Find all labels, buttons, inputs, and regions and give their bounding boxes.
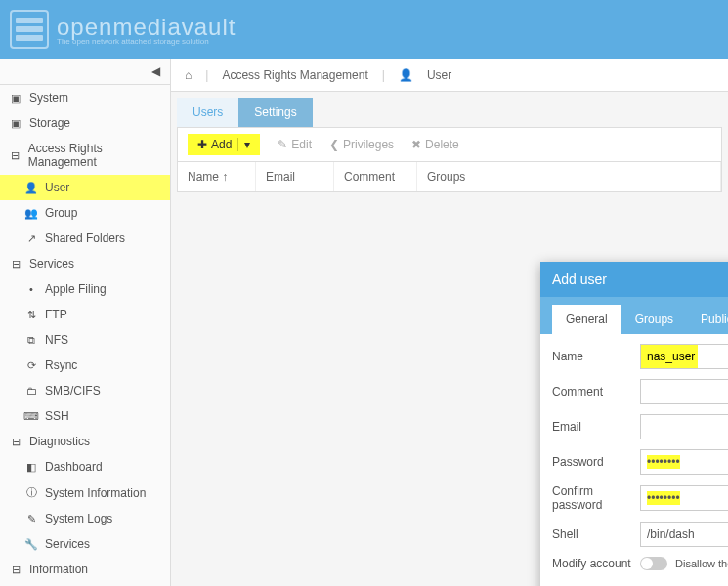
- sidebar-item-label: User: [45, 181, 69, 194]
- email-label: Email: [552, 420, 640, 434]
- minus-box-icon: ⊟: [8, 258, 23, 271]
- comment-label: Comment: [552, 385, 640, 398]
- sort-asc-icon: ↑: [222, 170, 228, 184]
- sidebar-item-storage[interactable]: ▣Storage: [0, 110, 170, 136]
- sidebar-item-label: System: [29, 91, 68, 105]
- breadcrumb-section[interactable]: Access Rights Management: [222, 68, 367, 82]
- caret-down-icon: ▾: [237, 138, 250, 151]
- add-button[interactable]: ✚ Add ▾: [188, 134, 260, 155]
- sidebar-item-label: Services: [29, 257, 74, 271]
- share-icon: ❮: [329, 138, 339, 151]
- sidebar-item-label: Apple Filing: [45, 282, 107, 296]
- x-icon: ✖: [411, 138, 421, 151]
- nfs-icon: ⧉: [23, 334, 39, 347]
- smb-icon: 🗀: [23, 385, 39, 397]
- modify-desc: Disallow the user to modify his account.: [675, 558, 728, 569]
- minus-box-icon: ⊟: [8, 149, 22, 162]
- sidebar-item-user[interactable]: 👤User: [0, 175, 170, 200]
- apple-icon: •: [23, 283, 39, 295]
- rsync-icon: ⟳: [23, 359, 39, 372]
- add-user-dialog: Add user ✖ General Groups Public keys Na…: [540, 262, 728, 586]
- sidebar-item-label: NFS: [45, 333, 68, 347]
- col-comment[interactable]: Comment: [334, 162, 417, 191]
- col-groups[interactable]: Groups: [417, 162, 721, 191]
- pencil-icon: ✎: [278, 138, 287, 151]
- sidebar-item-label: Access Rights Management: [28, 142, 162, 169]
- modify-label: Modify account: [552, 557, 640, 570]
- modify-toggle[interactable]: [640, 557, 667, 570]
- logo-icon: [10, 10, 49, 49]
- comment-field[interactable]: [640, 379, 728, 404]
- sidebar-item-services[interactable]: 🔧Services: [0, 531, 170, 557]
- sidebar-item-label: FTP: [45, 308, 67, 321]
- password-label: Password: [552, 455, 640, 469]
- ssh-icon: ⌨: [23, 410, 39, 423]
- wrench-icon: 🔧: [23, 538, 39, 551]
- name-field[interactable]: [640, 344, 728, 369]
- sidebar-item-smb-cifs[interactable]: 🗀SMB/CIFS: [0, 378, 170, 403]
- tab-settings[interactable]: Settings: [238, 98, 312, 127]
- sidebar-item-label: Shared Folders: [45, 231, 125, 245]
- dashboard-icon: ◧: [23, 461, 39, 474]
- user-icon: 👤: [23, 182, 39, 194]
- sidebar-item-donate[interactable]: ♡Donate: [0, 582, 170, 586]
- sidebar-item-system[interactable]: ▣System: [0, 85, 170, 110]
- shell-select[interactable]: /bin/dash▾: [640, 522, 728, 547]
- col-name[interactable]: Name ↑: [178, 162, 256, 191]
- sidebar-item-services[interactable]: ⊟Services: [0, 251, 170, 276]
- plus-icon: ✚: [197, 138, 207, 151]
- delete-button[interactable]: ✖Delete: [411, 138, 459, 151]
- ftp-icon: ⇅: [23, 309, 39, 321]
- email-field[interactable]: [640, 414, 728, 440]
- sidebar-item-label: System Logs: [45, 512, 112, 525]
- sidebar-item-ssh[interactable]: ⌨SSH: [0, 403, 170, 429]
- sidebar-item-information[interactable]: ⊟Information: [0, 557, 170, 582]
- sidebar-item-rsync[interactable]: ⟳Rsync: [0, 353, 170, 378]
- sidebar-item-label: SSH: [45, 409, 69, 423]
- plus-box-icon: ▣: [8, 117, 23, 130]
- sidebar-item-diagnostics[interactable]: ⊟Diagnostics: [0, 429, 170, 454]
- sidebar-item-label: Rsync: [45, 358, 77, 372]
- tab-pubkeys[interactable]: Public keys: [687, 305, 728, 334]
- confirm-password-field[interactable]: ••••••••: [640, 485, 728, 511]
- sidebar-item-label: Storage: [29, 116, 70, 130]
- col-email[interactable]: Email: [256, 162, 334, 191]
- sidebar-item-group[interactable]: 👥Group: [0, 200, 170, 226]
- content-tabs: Users Settings: [177, 98, 722, 127]
- sidebar-item-label: Information: [29, 563, 88, 576]
- dialog-header: Add user ✖: [540, 262, 728, 297]
- breadcrumb-page[interactable]: User: [427, 68, 451, 82]
- sidebar-item-system-logs[interactable]: ✎System Logs: [0, 506, 170, 531]
- minus-box-icon: ⊟: [8, 564, 23, 576]
- tab-groups[interactable]: Groups: [621, 305, 687, 334]
- tab-general[interactable]: General: [552, 305, 621, 334]
- sidebar-item-label: Group: [45, 206, 77, 220]
- user-icon: 👤: [399, 68, 413, 82]
- password-field[interactable]: ••••••••: [640, 449, 728, 475]
- dialog-title: Add user: [552, 272, 607, 287]
- group-icon: 👥: [23, 207, 39, 220]
- sidebar-collapse[interactable]: ◀: [0, 59, 170, 85]
- privileges-button[interactable]: ❮Privileges: [329, 138, 394, 151]
- sidebar-item-ftp[interactable]: ⇅FTP: [0, 302, 170, 327]
- plus-box-icon: ▣: [8, 92, 23, 105]
- info-icon: ⓘ: [23, 485, 39, 500]
- logs-icon: ✎: [23, 513, 39, 525]
- sidebar-item-dashboard[interactable]: ◧Dashboard: [0, 454, 170, 480]
- sidebar-item-access-rights-management[interactable]: ⊟Access Rights Management: [0, 136, 170, 175]
- minus-box-icon: ⊟: [8, 436, 23, 448]
- sidebar: ◀ ▣System▣Storage⊟Access Rights Manageme…: [0, 59, 171, 586]
- sidebar-item-nfs[interactable]: ⧉NFS: [0, 327, 170, 353]
- share-icon: ↗: [23, 232, 39, 245]
- sidebar-item-label: SMB/CIFS: [45, 384, 101, 398]
- edit-button[interactable]: ✎Edit: [278, 138, 312, 151]
- home-icon[interactable]: ⌂: [185, 68, 192, 82]
- sidebar-item-shared-folders[interactable]: ↗Shared Folders: [0, 226, 170, 251]
- sidebar-item-apple-filing[interactable]: •Apple Filing: [0, 276, 170, 302]
- confirm-label: Confirm password: [552, 484, 640, 512]
- brand-name: openmediavault: [57, 14, 236, 40]
- breadcrumb: ⌂ | Access Rights Management | 👤 User: [171, 59, 728, 92]
- dialog-tabs: General Groups Public keys: [540, 297, 728, 334]
- tab-users[interactable]: Users: [177, 98, 238, 127]
- sidebar-item-system-information[interactable]: ⓘSystem Information: [0, 480, 170, 506]
